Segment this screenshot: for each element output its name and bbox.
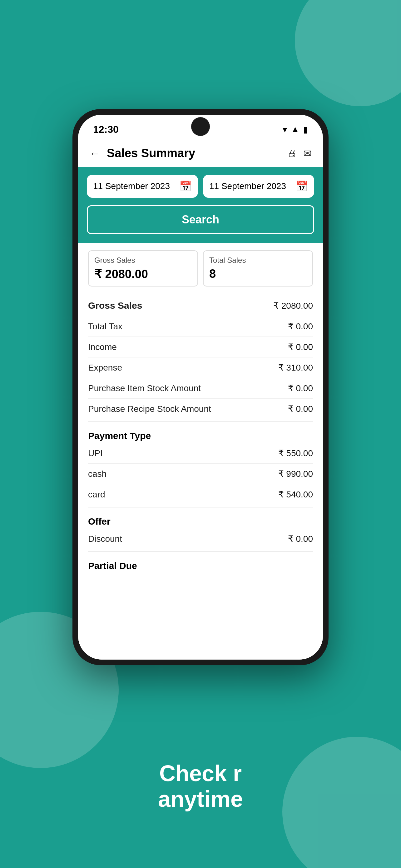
mail-icon[interactable]: ✉ (303, 148, 312, 159)
row-label: UPI (88, 448, 103, 458)
phone-frame: 12:30 ▾ ▲ ▮ ← Sales Summary 🖨 ✉ 11 Septe… (72, 109, 329, 665)
table-row: cash ₹ 990.00 (88, 464, 313, 484)
row-label: Income (88, 342, 117, 352)
partial-due-title: Partial Due (88, 561, 137, 571)
signal-icon: ▲ (291, 124, 300, 134)
row-label: Expense (88, 363, 122, 373)
start-calendar-icon: 📅 (179, 180, 192, 192)
content-area: Gross Sales ₹ 2080.00 Total Sales 8 Gros… (78, 243, 323, 660)
table-row: Expense ₹ 310.00 (88, 358, 313, 378)
row-label: Purchase Item Stock Amount (88, 383, 201, 393)
back-button[interactable]: ← (89, 147, 101, 160)
start-date-picker[interactable]: 11 September 2023 📅 (87, 175, 198, 198)
header-actions: 🖨 ✉ (287, 148, 312, 159)
divider-offer (88, 507, 313, 507)
end-date-picker[interactable]: 11 September 2023 📅 (203, 175, 314, 198)
total-sales-label: Total Sales (209, 256, 307, 265)
row-value: ₹ 0.00 (288, 534, 313, 544)
wifi-icon: ▾ (282, 124, 287, 135)
search-section: Search (78, 205, 323, 243)
row-value: ₹ 540.00 (278, 489, 313, 500)
table-row: Gross Sales ₹ 2080.00 (88, 295, 313, 316)
phone-screen: 12:30 ▾ ▲ ▮ ← Sales Summary 🖨 ✉ 11 Septe… (78, 115, 323, 660)
table-row: Total Tax ₹ 0.00 (88, 316, 313, 337)
row-label: Total Tax (88, 321, 123, 332)
row-label: Discount (88, 534, 122, 544)
payment-title: Payment Type (88, 431, 151, 441)
row-label: card (88, 490, 105, 500)
partial-due-section-header: Partial Due (88, 554, 313, 573)
end-calendar-icon: 📅 (295, 180, 308, 192)
total-sales-card: Total Sales 8 (203, 250, 313, 286)
offer-title: Offer (88, 516, 110, 526)
row-label: Purchase Recipe Stock Amount (88, 404, 211, 414)
gross-sales-card: Gross Sales ₹ 2080.00 (88, 250, 198, 286)
page-title: Sales Summary (107, 147, 287, 160)
row-value: ₹ 0.00 (288, 383, 313, 393)
status-time: 12:30 (93, 124, 119, 135)
total-sales-value: 8 (209, 267, 307, 281)
phone-notch (191, 117, 210, 136)
table-row: card ₹ 540.00 (88, 484, 313, 505)
bottom-text: Check r anytime (0, 761, 401, 812)
summary-cards: Gross Sales ₹ 2080.00 Total Sales 8 (88, 250, 313, 286)
bg-circle-top (295, 0, 401, 106)
row-value: ₹ 0.00 (288, 342, 313, 352)
row-value: ₹ 990.00 (278, 469, 313, 479)
sales-rows: Gross Sales ₹ 2080.00 Total Tax ₹ 0.00 I… (88, 295, 313, 419)
table-row: Income ₹ 0.00 (88, 337, 313, 358)
table-row: UPI ₹ 550.00 (88, 443, 313, 464)
gross-sales-label: Gross Sales (94, 256, 192, 265)
status-icons: ▾ ▲ ▮ (282, 124, 308, 135)
table-row: Purchase Item Stock Amount ₹ 0.00 (88, 378, 313, 399)
offer-section-header: Offer (88, 510, 313, 529)
search-button[interactable]: Search (87, 205, 314, 234)
battery-icon: ▮ (303, 124, 308, 135)
offer-rows: Discount ₹ 0.00 (88, 529, 313, 549)
row-value: ₹ 0.00 (288, 404, 313, 414)
table-row: Purchase Recipe Stock Amount ₹ 0.00 (88, 399, 313, 419)
app-header: ← Sales Summary 🖨 ✉ (78, 140, 323, 167)
date-section: 11 September 2023 📅 11 September 2023 📅 (78, 167, 323, 205)
row-value: ₹ 2080.00 (273, 301, 313, 311)
start-date-text: 11 September 2023 (93, 181, 170, 192)
divider-payment (88, 422, 313, 422)
row-value: ₹ 550.00 (278, 448, 313, 458)
end-date-text: 11 September 2023 (209, 181, 286, 192)
row-value: ₹ 310.00 (278, 363, 313, 373)
row-label: cash (88, 469, 106, 479)
row-value: ₹ 0.00 (288, 321, 313, 332)
payment-section-header: Payment Type (88, 424, 313, 443)
divider-partial (88, 552, 313, 552)
row-label: Gross Sales (88, 300, 142, 311)
print-icon[interactable]: 🖨 (287, 148, 297, 159)
payment-rows: UPI ₹ 550.00 cash ₹ 990.00 card ₹ 540.00 (88, 443, 313, 505)
gross-sales-value: ₹ 2080.00 (94, 267, 192, 281)
table-row: Discount ₹ 0.00 (88, 529, 313, 549)
